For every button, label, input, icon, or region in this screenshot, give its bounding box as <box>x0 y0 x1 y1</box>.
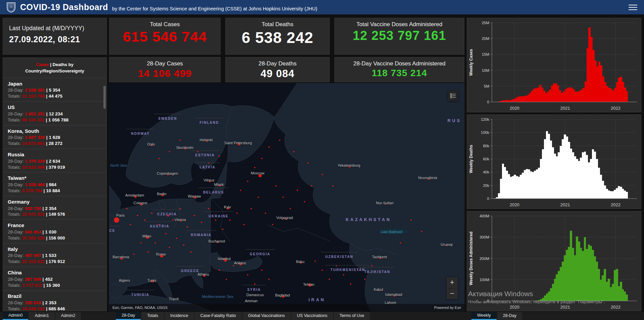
case-dot[interactable] <box>180 220 182 222</box>
case-dot[interactable] <box>197 151 199 152</box>
case-dot[interactable] <box>322 270 323 271</box>
tab-weekly[interactable]: Weekly <box>471 312 497 320</box>
case-dot[interactable] <box>208 162 209 164</box>
case-dot[interactable] <box>428 178 430 180</box>
case-dot[interactable] <box>219 184 221 186</box>
case-dot[interactable] <box>140 242 142 244</box>
case-dot[interactable] <box>311 185 312 186</box>
case-dot[interactable] <box>206 140 208 142</box>
country-row[interactable]: US28-Day: 1 851 251 | 12 234Totals: 96 1… <box>3 101 106 125</box>
tab-incidence[interactable]: Incidence <box>165 312 194 320</box>
case-dot[interactable] <box>282 197 284 198</box>
tab-admin0[interactable]: Admin0 <box>3 312 28 320</box>
case-dot[interactable] <box>190 251 191 253</box>
case-dot[interactable] <box>297 190 298 191</box>
case-dot[interactable] <box>364 279 366 280</box>
case-dot[interactable] <box>261 270 263 271</box>
case-dot[interactable] <box>217 241 219 243</box>
tab-terms-of-use[interactable]: Terms of Use <box>334 312 370 320</box>
case-dot[interactable] <box>315 260 316 262</box>
world-map[interactable]: SWEDENFINLANDNORWAYESTONIALATVIABELARUSU… <box>109 83 464 311</box>
case-dot[interactable] <box>265 213 266 214</box>
case-dot[interactable] <box>379 257 381 259</box>
zoom-in-button[interactable]: + <box>447 277 458 288</box>
country-row[interactable]: Italy28-Day: 497 097 | 1 533Totals: 22 3… <box>3 243 106 267</box>
case-dot[interactable] <box>151 213 152 214</box>
case-dot[interactable] <box>400 242 401 244</box>
tab-admin1[interactable]: Admin1 <box>29 312 54 320</box>
country-row[interactable]: Taiwan*28-Day: 1 028 466 | 984Totals: 6 … <box>3 172 106 196</box>
case-dot[interactable] <box>172 219 174 221</box>
case-dot[interactable] <box>394 295 396 297</box>
case-dot[interactable] <box>203 274 206 277</box>
case-dot[interactable] <box>180 140 181 141</box>
tab-admin2[interactable]: Admin2 <box>55 312 81 320</box>
case-dot[interactable] <box>151 280 154 282</box>
case-dot[interactable] <box>209 180 211 182</box>
case-dot[interactable] <box>167 214 169 216</box>
case-dot[interactable] <box>133 254 135 255</box>
case-dot[interactable] <box>160 254 164 258</box>
country-row[interactable]: Korea, South28-Day: 1 607 336 | 1 628Tot… <box>3 125 106 149</box>
case-dot[interactable] <box>250 208 252 209</box>
case-dot[interactable] <box>147 251 149 253</box>
case-dot[interactable] <box>304 201 305 203</box>
case-dot[interactable] <box>259 174 262 177</box>
case-dot[interactable] <box>184 148 186 150</box>
case-dot[interactable] <box>293 151 294 152</box>
case-dot[interactable] <box>224 258 227 262</box>
case-dot[interactable] <box>233 265 234 266</box>
case-dot[interactable] <box>239 263 242 265</box>
case-dot[interactable] <box>268 146 270 148</box>
tab-us-vaccinations[interactable]: US Vaccinations <box>291 312 333 320</box>
case-dot[interactable] <box>144 219 145 221</box>
legend-icon[interactable] <box>448 91 458 101</box>
country-list-scrollbar[interactable] <box>103 86 106 109</box>
case-dot[interactable] <box>194 196 196 199</box>
case-dot[interactable] <box>226 279 227 280</box>
zoom-out-button[interactable]: − <box>447 288 458 299</box>
case-dot[interactable] <box>165 233 167 234</box>
case-dot[interactable] <box>161 194 164 196</box>
case-dot[interactable] <box>385 203 386 205</box>
case-dot[interactable] <box>187 226 188 227</box>
case-dot[interactable] <box>261 158 263 159</box>
tab-28-day[interactable]: 28-Day <box>497 312 522 320</box>
case-dot[interactable] <box>158 224 159 225</box>
case-dot[interactable] <box>126 208 128 209</box>
case-dot[interactable] <box>247 180 248 182</box>
country-row[interactable]: France28-Day: 641 814 | 1 030Totals: 35 … <box>3 219 106 243</box>
case-dot[interactable] <box>169 151 170 152</box>
case-dot[interactable] <box>176 237 177 239</box>
case-dot[interactable] <box>219 156 220 157</box>
menu-icon[interactable] <box>629 3 637 12</box>
case-dot[interactable] <box>215 219 216 221</box>
case-dot[interactable] <box>158 158 159 159</box>
case-dot[interactable] <box>114 217 119 223</box>
case-dot[interactable] <box>329 279 330 280</box>
country-row[interactable]: China28-Day: 267 049 | 452Totals: 2 737 … <box>3 267 106 290</box>
case-dot[interactable] <box>227 207 229 210</box>
case-dot[interactable] <box>254 167 256 168</box>
case-dot[interactable] <box>240 190 241 191</box>
case-dot[interactable] <box>371 265 373 266</box>
case-dot[interactable] <box>279 140 280 141</box>
case-dot[interactable] <box>219 270 220 271</box>
case-dot[interactable] <box>357 270 359 271</box>
case-dot[interactable] <box>201 222 202 223</box>
case-dot[interactable] <box>350 283 351 284</box>
case-dot[interactable] <box>134 195 137 198</box>
case-dot[interactable] <box>378 290 380 291</box>
case-dot[interactable] <box>247 274 248 275</box>
case-dot[interactable] <box>140 203 142 205</box>
case-dot[interactable] <box>151 144 153 146</box>
tab-28-day[interactable]: 28-Day <box>116 312 141 320</box>
case-dot[interactable] <box>222 228 224 230</box>
case-dot[interactable] <box>349 166 351 168</box>
case-dot[interactable] <box>208 208 209 209</box>
case-dot[interactable] <box>307 162 309 164</box>
case-dot[interactable] <box>308 283 312 287</box>
country-row[interactable]: Russia28-Day: 1 370 229 | 2 634Totals: 2… <box>3 149 106 172</box>
case-dot[interactable] <box>275 185 277 186</box>
country-row[interactable]: Brazil28-Day: 255 518 | 2 353Totals: 34 … <box>3 290 106 311</box>
